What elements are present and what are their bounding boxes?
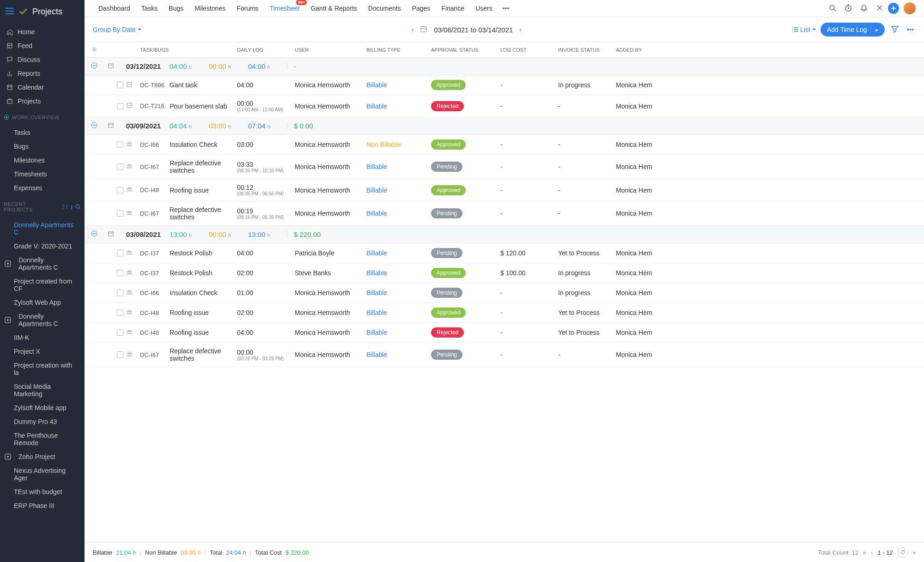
calendar-icon[interactable] — [420, 25, 427, 34]
task-id[interactable]: DC-I67 — [140, 351, 170, 358]
task-id[interactable]: DC-I37 — [140, 270, 170, 277]
filter-button[interactable] — [889, 24, 900, 36]
task-name[interactable]: Replace defective switches — [170, 159, 237, 174]
sidebar-item-discuss[interactable]: Discuss — [0, 53, 85, 66]
logo[interactable]: Projects — [18, 6, 62, 17]
next-range-button[interactable]: › — [519, 26, 522, 33]
col-added[interactable]: ADDED BY — [616, 47, 924, 53]
bell-icon[interactable] — [857, 1, 871, 16]
task-name[interactable]: Pour basement slab — [170, 103, 237, 110]
view-toggle[interactable]: List — [792, 26, 816, 33]
add-button[interactable] — [888, 3, 899, 14]
tab-finance[interactable]: Finance — [436, 0, 470, 16]
add-time-log-button[interactable]: Add Time Log — [821, 23, 885, 36]
recent-project-item[interactable]: Zoho Project — [0, 450, 85, 464]
row-checkbox[interactable] — [117, 309, 123, 316]
task-id[interactable]: DC-I37 — [140, 250, 170, 257]
recent-project-item[interactable]: ERP Phase III — [0, 499, 85, 513]
recent-project-item[interactable]: TEst with budget — [0, 485, 85, 499]
task-name[interactable]: Gant task — [170, 81, 237, 89]
task-name[interactable]: Roofing issue — [170, 329, 237, 336]
col-logcost[interactable]: LOG COST — [500, 47, 558, 53]
collapse-icon[interactable] — [85, 62, 108, 70]
col-approval[interactable]: APPROVAL STATUS — [431, 47, 500, 53]
recent-project-item[interactable]: Donnelly Apartments C — [0, 253, 85, 274]
column-settings-icon[interactable] — [91, 46, 97, 53]
row-checkbox[interactable] — [117, 329, 123, 336]
task-id[interactable]: DC-I67 — [140, 210, 170, 217]
task-id[interactable]: DC-T896 — [140, 82, 170, 89]
recent-project-item[interactable]: Donnelly Apartments C — [0, 218, 85, 239]
task-name[interactable]: Replace defective switches — [170, 347, 237, 362]
sidebar-item-feed[interactable]: Feed — [0, 39, 85, 53]
task-id[interactable]: DC-I66 — [140, 290, 170, 296]
avatar[interactable] — [904, 2, 916, 14]
row-checkbox[interactable] — [117, 187, 123, 193]
prev-range-button[interactable]: ‹ — [412, 26, 414, 33]
add-dropdown-button[interactable] — [870, 26, 878, 33]
search-icon[interactable] — [75, 204, 81, 210]
tab-pages[interactable]: Pages — [407, 0, 436, 16]
recent-project-item[interactable]: Donnelly Apartments C — [0, 309, 85, 331]
collapse-icon[interactable] — [85, 122, 108, 130]
recent-project-item[interactable]: Dummy Pro 43 — [0, 415, 85, 429]
refresh-button[interactable] — [898, 547, 908, 557]
tools-icon[interactable] — [872, 1, 887, 16]
filter-icon[interactable] — [62, 204, 68, 210]
recent-project-item[interactable]: Project creation with la — [0, 358, 85, 380]
tab-timesheet[interactable]: Timesheet99+ — [264, 0, 305, 16]
recent-project-item[interactable]: Project created from CF — [0, 274, 85, 296]
sidebar-item-reports[interactable]: Reports — [0, 66, 85, 80]
recent-project-item[interactable]: Zylsoft Mobile app — [0, 401, 85, 415]
col-billing[interactable]: BILLING TYPE — [366, 47, 431, 53]
page-first-button[interactable]: « — [863, 549, 866, 556]
sidebar-item-home[interactable]: Home — [0, 25, 85, 39]
recent-project-item[interactable]: IIM-K — [0, 331, 85, 344]
row-checkbox[interactable] — [117, 290, 123, 296]
task-id[interactable]: DC-I66 — [140, 141, 170, 148]
task-name[interactable]: Roofing issue — [170, 187, 237, 194]
recent-project-item[interactable]: Grade V: 2020-2021 — [0, 239, 85, 253]
recent-project-item[interactable]: Project X — [0, 344, 85, 358]
more-button[interactable]: ••• — [905, 24, 916, 35]
row-checkbox[interactable] — [117, 250, 123, 256]
row-checkbox[interactable] — [117, 163, 123, 170]
timer-icon[interactable] — [841, 1, 856, 16]
sidebar-item-bugs[interactable]: Bugs — [0, 139, 85, 153]
tab-milestones[interactable]: Milestones — [189, 0, 231, 16]
task-id[interactable]: DC-I48 — [140, 309, 170, 316]
col-invoice[interactable]: INVOICE STATUS — [558, 47, 616, 53]
recent-project-item[interactable]: The Penthouse Remode — [0, 429, 85, 450]
row-checkbox[interactable] — [117, 351, 123, 358]
sidebar-item-calendar[interactable]: Calendar — [0, 80, 85, 94]
group-by-dropdown[interactable]: Group By Date — [93, 26, 141, 33]
hamburger-icon[interactable] — [6, 8, 14, 16]
tab-gantt-reports[interactable]: Gantt & Reports — [305, 0, 362, 16]
task-name[interactable]: Insulation Check — [170, 289, 237, 296]
tab-documents[interactable]: Documents — [363, 0, 407, 16]
sidebar-item-expenses[interactable]: Expenses — [0, 181, 85, 195]
more-tabs-icon[interactable]: ••• — [499, 2, 513, 15]
sidebar-item-timesheets[interactable]: Timesheets — [0, 167, 85, 181]
col-user[interactable]: USER — [295, 47, 366, 53]
tab-dashboard[interactable]: Dashboard — [93, 0, 136, 16]
page-prev-button[interactable]: ‹ — [871, 549, 873, 556]
col-task[interactable]: TASK/BUGS — [140, 47, 237, 53]
task-name[interactable]: Roofing issue — [170, 309, 237, 316]
recent-project-item[interactable]: Social Media Marketing — [0, 380, 85, 401]
task-name[interactable]: Replace defective switches — [170, 206, 237, 221]
collapse-icon[interactable] — [85, 230, 108, 238]
task-id[interactable]: DC-I48 — [140, 187, 170, 193]
task-name[interactable]: Insulation Check — [170, 141, 237, 148]
tab-tasks[interactable]: Tasks — [136, 0, 164, 16]
row-checkbox[interactable] — [117, 270, 123, 276]
col-daily[interactable]: DAILY LOG — [237, 47, 295, 53]
page-next-button[interactable]: » — [912, 549, 916, 556]
recent-project-item[interactable]: Zylsoft Web App — [0, 296, 85, 309]
task-name[interactable]: Restock Polish — [170, 249, 237, 257]
row-checkbox[interactable] — [117, 82, 123, 88]
task-id[interactable]: DC-T216 — [140, 103, 170, 109]
recent-project-item[interactable]: Nexus Advertising Ager — [0, 464, 85, 485]
tab-users[interactable]: Users — [470, 0, 498, 16]
tab-bugs[interactable]: Bugs — [163, 0, 189, 16]
